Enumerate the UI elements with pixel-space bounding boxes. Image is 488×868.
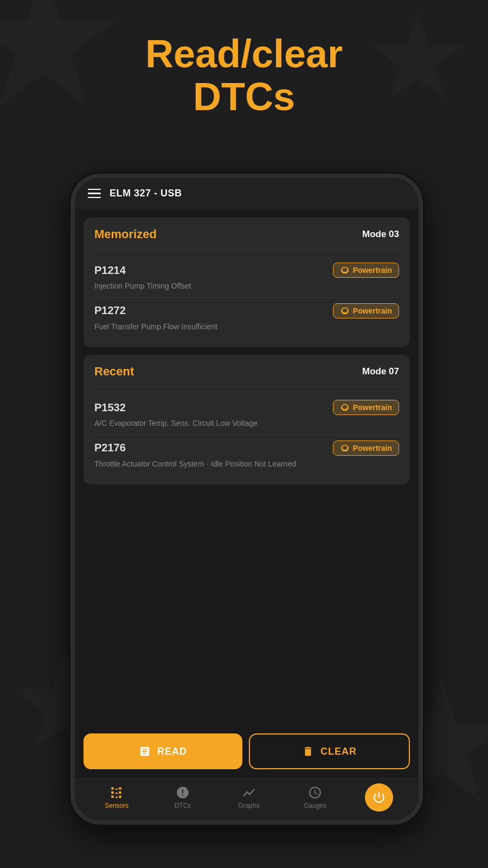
dtc-item-top-p1214: P1214 Powertrain (94, 263, 399, 278)
side-btn-left (70, 265, 73, 292)
engine-icon-p1532 (340, 403, 350, 412)
nav-label-dtcs: DTCs (175, 802, 191, 809)
recent-divider (94, 386, 399, 387)
action-buttons-bar: READ CLEAR (75, 725, 419, 778)
dtc-code-p1532: P1532 (94, 401, 126, 414)
read-icon (139, 745, 151, 757)
memorized-card-header: Memorized Mode 03 (94, 227, 399, 241)
recent-category-label: Recent (94, 365, 134, 379)
nav-label-graphs: Graphs (238, 802, 259, 809)
memorized-mode-label: Mode 03 (362, 229, 399, 240)
sensors-icon (110, 786, 124, 800)
power-icon (372, 790, 386, 805)
phone-frame: ELM 327 - USB Memorized Mode 03 P1214 Po… (70, 174, 423, 825)
page-title: Read/clear DTCs (0, 33, 488, 118)
engine-icon-p1272 (340, 306, 350, 316)
dtc-item-top-p1272: P1272 Powertrain (94, 303, 399, 318)
engine-icon-p2176 (340, 443, 350, 453)
dtc-badge-p1272: Powertrain (333, 303, 399, 318)
dtc-code-p2176: P2176 (94, 442, 126, 454)
nav-item-gauges[interactable]: Gauges (299, 786, 331, 809)
clear-icon (302, 745, 314, 757)
content-spacer (84, 492, 410, 716)
recent-card: Recent Mode 07 P1532 Powertrain A/C Evap… (84, 355, 410, 484)
gauges-icon (308, 786, 322, 800)
dtc-item-p1532: P1532 Powertrain A/C Evaporator Temp. Se… (94, 394, 399, 435)
hamburger-menu-button[interactable] (88, 189, 101, 199)
read-button[interactable]: READ (84, 733, 242, 769)
dtc-item-top-p2176: P2176 Powertrain (94, 441, 399, 456)
dtc-item-top-p1532: P1532 Powertrain (94, 400, 399, 415)
clear-button[interactable]: CLEAR (249, 733, 410, 769)
recent-mode-label: Mode 07 (362, 366, 399, 377)
nav-item-sensors[interactable]: Sensors (100, 786, 133, 809)
memorized-category-label: Memorized (94, 227, 157, 241)
phone-topbar: ELM 327 - USB (75, 178, 419, 209)
dtc-description-p1272: Fuel Transfer Pump Flow Insufficient (94, 322, 399, 333)
power-button[interactable] (365, 783, 393, 812)
dtc-code-p1214: P1214 (94, 264, 126, 277)
bottom-nav: Sensors DTCs Graphs Gauges (75, 778, 419, 820)
nav-item-graphs[interactable]: Graphs (233, 786, 265, 809)
dtc-item-p2176: P2176 Powertrain Throttle Actuator Contr… (94, 435, 399, 475)
phone-content: Memorized Mode 03 P1214 Powertrain Injec… (75, 209, 419, 725)
nav-item-dtcs[interactable]: DTCs (166, 786, 199, 809)
dtc-description-p1532: A/C Evaporator Temp. Sens. Circuit Low V… (94, 418, 399, 429)
dtc-badge-p1214: Powertrain (333, 263, 399, 278)
nav-label-sensors: Sensors (105, 802, 129, 809)
dtc-item-p1272: P1272 Powertrain Fuel Transfer Pump Flow… (94, 297, 399, 338)
dtc-item-p1214: P1214 Powertrain Injection Pump Timing O… (94, 257, 399, 297)
side-btn-right (420, 286, 423, 324)
nav-label-gauges: Gauges (304, 802, 326, 809)
memorized-card: Memorized Mode 03 P1214 Powertrain Injec… (84, 218, 410, 347)
phone-connection-title: ELM 327 - USB (110, 188, 182, 199)
recent-card-header: Recent Mode 07 (94, 365, 399, 379)
dtc-code-p1272: P1272 (94, 304, 126, 317)
memorized-divider (94, 249, 399, 250)
engine-icon-p1214 (340, 265, 350, 275)
dtc-badge-p2176: Powertrain (333, 441, 399, 456)
dtc-badge-p1532: Powertrain (333, 400, 399, 415)
dtc-description-p1214: Injection Pump Timing Offset (94, 281, 399, 292)
dtc-description-p2176: Throttle Actuator Control System - Idle … (94, 459, 399, 470)
dtcs-icon (176, 786, 190, 800)
graphs-icon (242, 786, 256, 800)
